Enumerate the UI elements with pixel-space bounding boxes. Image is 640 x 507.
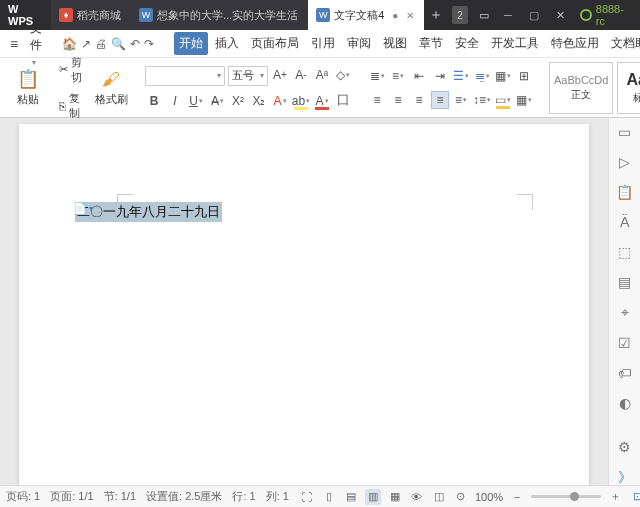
grow-font-button[interactable]: A+ (271, 66, 289, 84)
qa-export-icon[interactable]: ↗ (81, 35, 91, 53)
tab-dev[interactable]: 开发工具 (486, 32, 544, 55)
zoom-value[interactable]: 100% (475, 491, 503, 503)
font-color-button[interactable]: A▾ (313, 92, 331, 110)
tab-featured[interactable]: 特色应用 (546, 32, 604, 55)
smart-tag[interactable]: 📄▾ (73, 202, 93, 215)
sp-download-icon[interactable]: ⬚ (615, 244, 635, 260)
qa-redo-icon[interactable]: ↷ (144, 35, 154, 53)
align-center-button[interactable]: ≡ (389, 91, 407, 109)
bullets-button[interactable]: ≣▾ (368, 67, 386, 85)
bold-button[interactable]: B (145, 92, 163, 110)
sp-shapes-icon[interactable]: ◐ (615, 395, 635, 411)
tab-insert[interactable]: 插入 (210, 32, 244, 55)
sp-slides-icon[interactable]: ▤ (615, 274, 635, 290)
justify-button[interactable]: ≡ (431, 91, 449, 109)
zoom-out-button[interactable]: − (509, 489, 525, 505)
sp-select-icon[interactable]: ▷ (615, 154, 635, 170)
qa-undo-icon[interactable]: ↶ (130, 35, 140, 53)
line-spacing-button[interactable]: ≡̤▾ (473, 67, 491, 85)
fit-page-icon[interactable]: ⊡ (629, 489, 640, 505)
tab-doc-active[interactable]: W 文字文稿4 ● ✕ (308, 0, 424, 30)
highlight-button[interactable]: ab▾ (292, 92, 310, 110)
hamburger-icon[interactable]: ≡ (6, 36, 22, 52)
sp-nav-icon[interactable]: ⌖ (615, 304, 635, 321)
cut-button[interactable]: ✂剪切 (56, 53, 85, 87)
outdent-button[interactable]: ⇤ (410, 67, 428, 85)
new-tab-button[interactable]: ＋ (424, 6, 448, 24)
sp-restore-icon[interactable]: ▭ (615, 124, 635, 140)
status-row[interactable]: 行: 1 (232, 489, 255, 504)
fill-button[interactable]: ▭▾ (494, 91, 512, 109)
document-area[interactable]: 📄▾ 二〇一九年八月二十九日 (0, 118, 608, 485)
close-icon[interactable]: ✕ (406, 10, 414, 21)
indent-button[interactable]: ⇥ (431, 67, 449, 85)
sp-settings-icon[interactable]: ⚙ (615, 439, 635, 455)
qa-preview-icon[interactable]: 🔍 (111, 35, 126, 53)
tab-review[interactable]: 审阅 (342, 32, 376, 55)
strike-button[interactable]: A̶▾ (208, 92, 226, 110)
underline-button[interactable]: U▾ (187, 92, 205, 110)
eye-view-icon[interactable]: 👁 (409, 489, 425, 505)
tab-security[interactable]: 安全 (450, 32, 484, 55)
borders-button[interactable]: ⊞ (515, 67, 533, 85)
sp-styles-icon[interactable]: 🏷 (615, 365, 635, 381)
shrink-font-button[interactable]: A- (292, 66, 310, 84)
sp-font-icon[interactable]: Ӓ (615, 214, 635, 230)
close-button[interactable]: ✕ (548, 4, 572, 26)
tab-section[interactable]: 章节 (414, 32, 448, 55)
numbering-button[interactable]: ≡▾ (389, 67, 407, 85)
minimize-button[interactable]: ─ (496, 4, 520, 26)
style-heading1[interactable]: AaBb 标题 1 (617, 62, 640, 114)
para-spacing-button[interactable]: ↕≡▾ (473, 91, 491, 109)
paste-button[interactable]: 📋 粘贴 (8, 61, 48, 115)
sp-props-icon[interactable]: ☑ (615, 335, 635, 351)
align-left-button[interactable]: ≡ (368, 91, 386, 109)
subscript-button[interactable]: X₂ (250, 92, 268, 110)
style-normal[interactable]: AaBbCcDd 正文 (549, 62, 613, 114)
page[interactable]: 📄▾ 二〇一九年八月二十九日 (19, 124, 589, 485)
zoom-slider[interactable] (531, 495, 601, 498)
tab-layout[interactable]: 页面布局 (246, 32, 304, 55)
status-page[interactable]: 页码: 1 (6, 489, 40, 504)
tab-list-button[interactable]: ▭ (472, 9, 496, 22)
format-painter-button[interactable]: 🖌 格式刷 (93, 61, 129, 115)
selected-text[interactable]: 二〇一九年八月二十九日 (75, 202, 222, 222)
outline-view-icon[interactable]: ▤ (343, 489, 359, 505)
tab-reference[interactable]: 引用 (306, 32, 340, 55)
qa-print-icon[interactable]: 🖨 (95, 35, 107, 53)
status-set-value[interactable]: 设置值: 2.5厘米 (146, 489, 222, 504)
reader-view-icon[interactable]: ▯ (321, 489, 337, 505)
grid-view-icon[interactable]: ◫ (431, 489, 447, 505)
status-section[interactable]: 节: 1/1 (104, 489, 136, 504)
maximize-button[interactable]: ▢ (522, 4, 546, 26)
distribute-button[interactable]: ≡▾ (452, 91, 470, 109)
dropdown-icon[interactable]: ● (392, 10, 398, 21)
text-direction-button[interactable]: ☰▾ (452, 67, 470, 85)
char-shading-button[interactable]: 囗 (334, 92, 352, 110)
italic-button[interactable]: I (166, 92, 184, 110)
table-border-button[interactable]: ▦▾ (515, 91, 533, 109)
change-case-button[interactable]: Aª (313, 66, 331, 84)
status-col[interactable]: 列: 1 (266, 489, 289, 504)
fullscreen-view-icon[interactable]: ⛶ (299, 489, 315, 505)
font-size-input[interactable]: 五号▾ (228, 66, 268, 86)
tab-start[interactable]: 开始 (174, 32, 208, 55)
zoom-in-button[interactable]: ＋ (607, 489, 623, 505)
qa-home-icon[interactable]: 🏠 (62, 35, 77, 53)
page-view-icon[interactable]: ▥ (365, 489, 381, 505)
web-view-icon[interactable]: ▦ (387, 489, 403, 505)
tab-dochelp[interactable]: 文档助 (606, 32, 640, 55)
align-right-button[interactable]: ≡ (410, 91, 428, 109)
clear-format-button[interactable]: ◇▾ (334, 66, 352, 84)
shading-button[interactable]: ▦▾ (494, 67, 512, 85)
tab-store[interactable]: ♦ 稻壳商城 (51, 0, 131, 30)
tab-doc-1[interactable]: W 想象中的大学...实的大学生活 (131, 0, 308, 30)
focus-view-icon[interactable]: ⊙ (453, 489, 469, 505)
tab-view[interactable]: 视图 (378, 32, 412, 55)
text-effects-button[interactable]: A▾ (271, 92, 289, 110)
font-name-input[interactable]: ▾ (145, 66, 225, 86)
status-pages[interactable]: 页面: 1/1 (50, 489, 93, 504)
sp-paste-icon[interactable]: 📋 (615, 184, 635, 200)
tab-count[interactable]: 2 (452, 6, 468, 24)
superscript-button[interactable]: X² (229, 92, 247, 110)
